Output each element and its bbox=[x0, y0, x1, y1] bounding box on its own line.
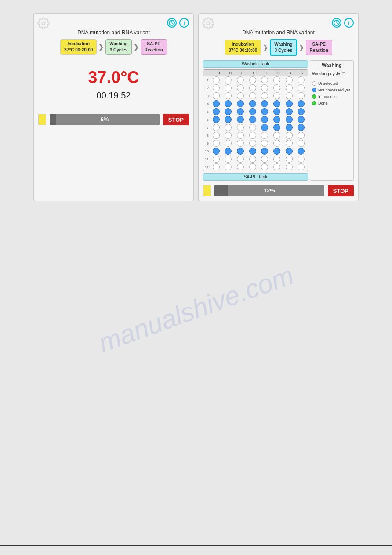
info-icon[interactable]: i bbox=[179, 18, 189, 28]
dot bbox=[273, 84, 280, 91]
dot bbox=[261, 100, 268, 107]
dot bbox=[261, 163, 268, 170]
dot bbox=[213, 100, 220, 107]
table-row: 2 bbox=[203, 84, 308, 92]
dot bbox=[237, 108, 244, 115]
dot bbox=[225, 140, 232, 147]
right-panel-title: DNA mutation and RNA variant bbox=[242, 29, 315, 36]
left-progress-yellow bbox=[38, 114, 46, 125]
right-chevron-2: ❯ bbox=[299, 44, 304, 51]
dot bbox=[213, 108, 220, 115]
svg-point-4 bbox=[207, 22, 210, 25]
dot bbox=[298, 140, 305, 147]
dot bbox=[286, 156, 293, 163]
table-row: 1 bbox=[203, 76, 308, 84]
legend-dot-not-processed bbox=[312, 88, 316, 92]
right-panel-header: i bbox=[203, 18, 354, 28]
dot bbox=[298, 156, 305, 163]
dot bbox=[225, 108, 232, 115]
dot bbox=[237, 84, 244, 91]
dot bbox=[249, 76, 256, 83]
dot bbox=[213, 163, 220, 170]
dot bbox=[213, 148, 220, 155]
left-progress-bar: 6% bbox=[50, 114, 160, 125]
dot bbox=[213, 84, 220, 91]
dot bbox=[225, 116, 232, 123]
left-panel-title: DNA mutation and RNA variant bbox=[77, 29, 150, 36]
col-B: B bbox=[286, 71, 294, 75]
right-clock-icon[interactable] bbox=[332, 18, 341, 28]
dot bbox=[261, 148, 268, 155]
table-row: 6 bbox=[203, 116, 308, 123]
dot bbox=[237, 140, 244, 147]
dot bbox=[286, 84, 293, 91]
dot bbox=[261, 124, 268, 131]
svg-point-0 bbox=[42, 22, 45, 25]
right-steps-row: Incubation37°C 00:20:00 ❯ Washing3 Cycle… bbox=[203, 39, 354, 56]
dot bbox=[249, 108, 256, 115]
temperature-display: 37.0°C bbox=[88, 68, 139, 87]
right-panel-content: Washing Tank H G F E D C B A bbox=[203, 60, 354, 181]
right-stop-button[interactable]: STOP bbox=[328, 185, 354, 196]
dot bbox=[249, 100, 256, 107]
right-step-incubation: Incubation37°C 00:20:00 bbox=[225, 40, 261, 55]
dot bbox=[273, 76, 280, 83]
table-row: 8 bbox=[203, 131, 308, 139]
legend-item-done: Done bbox=[312, 101, 352, 105]
left-step-incubation: Incubation37°C 00:20:00 bbox=[60, 39, 97, 55]
table-row: 4 bbox=[203, 100, 308, 108]
right-progress-bar: 12% bbox=[214, 185, 324, 196]
legend-dot-done bbox=[312, 101, 316, 105]
table-row: 9 bbox=[203, 139, 308, 147]
dot bbox=[225, 100, 232, 107]
clock-icon[interactable] bbox=[167, 18, 177, 28]
dot bbox=[249, 124, 256, 131]
left-stop-button[interactable]: STOP bbox=[163, 114, 189, 125]
dot bbox=[286, 116, 293, 123]
col-H: H bbox=[214, 71, 223, 75]
left-step-washing: Washing3 Cycles bbox=[105, 39, 131, 55]
dot bbox=[273, 132, 280, 139]
left-steps-row: Incubation37°C 00:20:00 ❯ Washing3 Cycle… bbox=[38, 39, 189, 55]
dot bbox=[237, 92, 244, 99]
left-progress-text: 6% bbox=[50, 114, 160, 125]
chevron-1: ❯ bbox=[98, 44, 104, 51]
dot bbox=[261, 116, 268, 123]
left-panel-header: i bbox=[38, 18, 189, 28]
table-row: 11 bbox=[203, 155, 308, 163]
dot bbox=[261, 92, 268, 99]
dot bbox=[249, 116, 256, 123]
dot bbox=[213, 124, 220, 131]
right-step-washing: Washing3 Cycles bbox=[270, 39, 297, 56]
right-panel: i DNA mutation and RNA variant Incubatio… bbox=[198, 13, 359, 201]
dot bbox=[249, 132, 256, 139]
dot bbox=[225, 124, 232, 131]
dot bbox=[249, 84, 256, 91]
dot bbox=[213, 132, 220, 139]
col-D: D bbox=[262, 71, 271, 75]
dot bbox=[273, 140, 280, 147]
dot bbox=[273, 116, 280, 123]
dot bbox=[273, 156, 280, 163]
dot bbox=[298, 108, 305, 115]
dot bbox=[298, 84, 305, 91]
dot bbox=[225, 148, 232, 155]
right-progress-text: 12% bbox=[214, 185, 324, 196]
tank-grid: H G F E D C B A 1 bbox=[203, 69, 308, 171]
tank-area: Washing Tank H G F E D C B A bbox=[203, 60, 308, 181]
dot bbox=[249, 92, 256, 99]
washing-cycle-label: Washing cycle #1 bbox=[312, 71, 352, 76]
dot bbox=[286, 132, 293, 139]
col-C: C bbox=[274, 71, 283, 75]
bottom-line bbox=[0, 545, 392, 546]
right-info-icon[interactable]: i bbox=[344, 18, 354, 28]
dot bbox=[261, 140, 268, 147]
legend-item-not-processed: Not processed yet bbox=[312, 88, 352, 92]
legend-dot-unselected bbox=[312, 81, 316, 86]
legend-title: Washing bbox=[312, 62, 352, 68]
table-row: 12 bbox=[203, 163, 308, 171]
dot bbox=[286, 108, 293, 115]
dot bbox=[225, 84, 232, 91]
sape-tank-label: SA-PE Tank bbox=[203, 173, 308, 181]
dot bbox=[298, 132, 305, 139]
